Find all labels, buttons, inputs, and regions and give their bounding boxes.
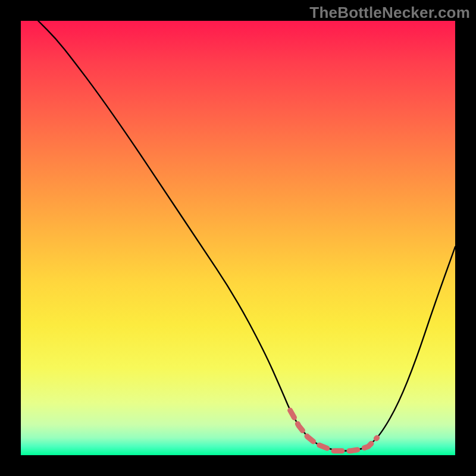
bottleneck-curve [38, 21, 455, 451]
flat-region-highlight [290, 411, 377, 451]
curve-layer [21, 21, 455, 455]
plot-area [21, 21, 455, 455]
watermark-text: TheBottleNecker.com [309, 4, 470, 22]
chart-frame: TheBottleNecker.com [0, 0, 476, 476]
